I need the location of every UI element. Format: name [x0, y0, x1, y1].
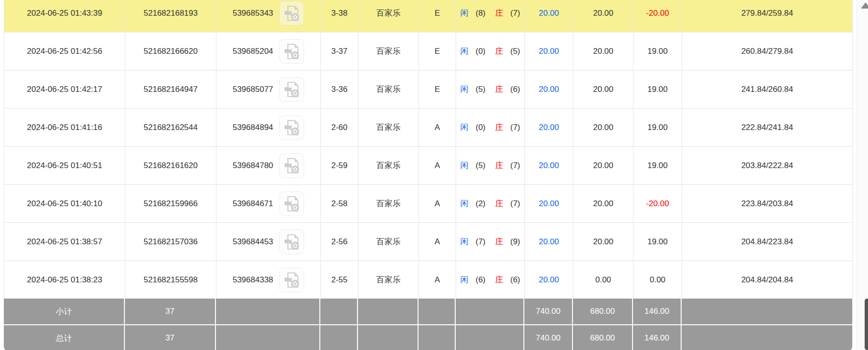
game-type: 百家乐 — [377, 198, 401, 209]
video-replay-button[interactable] — [279, 230, 304, 254]
cell-winloss: 0.00 — [633, 261, 682, 299]
player-label: 闲 — [460, 8, 469, 19]
total-count: 37 — [165, 307, 174, 316]
total-valid: 680.00 — [590, 333, 615, 343]
cell-game-type: 百家乐 — [358, 70, 419, 108]
shoe-letter: A — [435, 123, 440, 132]
total-bet: 740.00 — [536, 307, 561, 316]
bet-amount: 20.00 — [539, 85, 559, 94]
banker-label: 庄 — [495, 8, 503, 19]
cell-time: 2024-06-25 01:38:23 — [4, 261, 125, 299]
video-replay-button[interactable] — [279, 115, 304, 140]
cell-game-type: 百家乐 — [358, 147, 419, 184]
cell-winloss: 19.00 — [633, 147, 682, 184]
empty-cell — [456, 325, 524, 350]
video-replay-button[interactable] — [279, 268, 304, 292]
cell-shoe: E — [419, 32, 456, 70]
bet-time: 2024-06-25 01:42:56 — [27, 47, 102, 56]
cell-result: 闲(6) 庄(6) — [456, 261, 525, 299]
cell-result: 闲(2) 庄(7) — [456, 185, 525, 222]
video-replay-button[interactable] — [279, 153, 304, 178]
table-round: 2-55 — [331, 275, 347, 285]
table-row[interactable]: 2024-06-25 01:40:51 521682161620 5396847… — [4, 146, 853, 184]
table-row[interactable]: 2024-06-25 01:41:16 521682162544 5396848… — [4, 108, 853, 146]
cell-balance: 279.84/259.84 — [682, 0, 853, 32]
game-type: 百家乐 — [377, 160, 401, 171]
totals-row: 总计 37 740.00 680.00 146.00 — [4, 325, 852, 350]
cell-valid: 20.00 — [573, 70, 633, 108]
cell-table-round: 3-38 — [321, 0, 358, 32]
empty-cell — [320, 325, 358, 350]
cell-valid: 20.00 — [573, 147, 633, 184]
balance-value: 203.84/222.84 — [741, 161, 793, 170]
total-bet: 740.00 — [536, 333, 561, 343]
player-label: 闲 — [460, 236, 469, 247]
table-round: 3-38 — [331, 9, 347, 18]
balance-value: 241.84/260.84 — [741, 85, 793, 94]
table-row[interactable]: 2024-06-25 01:38:23 521682155598 5396843… — [4, 260, 853, 299]
shoe-letter: A — [435, 275, 440, 285]
video-replay-button[interactable] — [279, 77, 304, 102]
cell-game-type: 百家乐 — [358, 185, 419, 222]
video-file-icon — [284, 157, 300, 174]
cell-order-id: 521682157036 — [125, 223, 216, 260]
balance-value: 260.84/279.84 — [741, 47, 793, 56]
table-round: 2-58 — [331, 199, 347, 209]
video-replay-button[interactable] — [279, 39, 304, 64]
winloss-amount: 19.00 — [647, 47, 668, 56]
table-row[interactable]: 2024-06-25 01:40:10 521682159966 5396846… — [4, 184, 853, 222]
order-id: 521682164947 — [143, 85, 197, 94]
total-count-cell: 37 — [125, 325, 216, 350]
winloss-amount: 19.00 — [647, 85, 668, 94]
video-replay-button[interactable] — [279, 191, 304, 216]
cell-shoe: A — [419, 261, 456, 299]
total-count-cell: 37 — [125, 299, 216, 324]
cell-balance: 203.84/222.84 — [682, 147, 853, 184]
game-type: 百家乐 — [377, 8, 401, 19]
valid-amount: 20.00 — [593, 199, 613, 209]
empty-cell — [216, 299, 320, 324]
table-row[interactable]: 2024-06-25 01:43:39 521682168193 5396853… — [4, 0, 853, 32]
winloss-amount: 0.00 — [650, 275, 665, 285]
cell-shoe: A — [419, 223, 456, 260]
balance-value: 223.84/203.84 — [741, 199, 793, 209]
cell-bet: 20.00 — [525, 109, 573, 146]
cell-shoe: A — [419, 185, 456, 222]
valid-amount: 20.00 — [593, 237, 613, 247]
banker-label: 庄 — [495, 198, 503, 209]
cell-game-id: 539685077 — [216, 70, 321, 108]
cell-order-id: 521682159966 — [125, 185, 216, 222]
cell-bet: 20.00 — [525, 32, 573, 70]
table-row[interactable]: 2024-06-25 01:42:56 521682166620 5396852… — [4, 32, 853, 70]
table-row[interactable]: 2024-06-25 01:42:17 521682164947 5396850… — [4, 70, 853, 108]
cell-game-type: 百家乐 — [358, 32, 419, 70]
balance-value: 204.84/223.84 — [741, 237, 793, 247]
cell-game-id: 539684453 — [216, 223, 321, 260]
total-label: 总计 — [56, 333, 72, 344]
video-file-icon — [284, 271, 300, 289]
cell-valid: 20.00 — [573, 32, 633, 70]
bet-time: 2024-06-25 01:41:16 — [27, 123, 102, 132]
cell-result: 闲(5) 庄(6) — [456, 70, 525, 108]
bet-time: 2024-06-25 01:38:57 — [27, 237, 102, 247]
bet-amount: 20.00 — [539, 161, 559, 170]
cell-order-id: 521682161620 — [125, 147, 216, 184]
cell-valid: 20.00 — [573, 223, 633, 260]
player-score: (0) — [476, 123, 486, 132]
player-score: (5) — [476, 161, 486, 170]
shoe-letter: E — [435, 85, 440, 94]
banker-label: 庄 — [495, 122, 503, 133]
cell-game-id: 539684894 — [216, 109, 321, 146]
table-row[interactable]: 2024-06-25 01:38:57 521682157036 5396844… — [4, 222, 853, 260]
video-file-icon — [284, 233, 300, 250]
cell-result: 闲(0) 庄(5) — [456, 32, 525, 70]
video-replay-button[interactable] — [279, 1, 304, 26]
vertical-scrollbar-thumb[interactable] — [865, 299, 868, 350]
total-label-cell: 小计 — [4, 299, 125, 324]
vertical-scrollbar-track[interactable] — [857, 0, 868, 350]
cell-table-round: 2-58 — [321, 185, 358, 222]
scroll-up-arrow-icon[interactable] — [861, 2, 868, 9]
player-score: (8) — [476, 9, 486, 18]
cell-result: 闲(0) 庄(7) — [456, 109, 525, 146]
cell-game-id: 539684338 — [216, 261, 321, 299]
